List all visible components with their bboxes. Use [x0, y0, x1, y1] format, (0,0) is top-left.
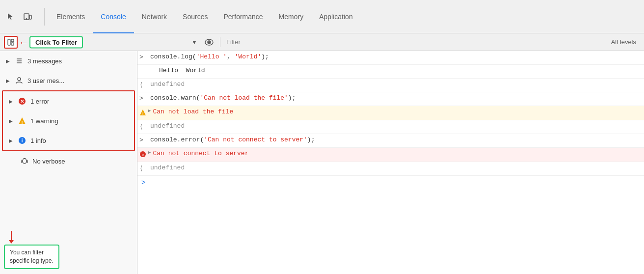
error-icon-output: ✕: [139, 151, 146, 160]
svg-point-2: [26, 18, 27, 19]
tooltip-arrow: [11, 231, 12, 241]
console-line-error-input: > console.error('Can not connect to serv…: [137, 134, 644, 148]
prompt-chevron-1: ⟨: [139, 81, 148, 89]
svg-rect-4: [11, 39, 14, 42]
svg-point-12: [18, 78, 21, 81]
undefined-2: undefined: [150, 122, 185, 130]
filter-btn-wrapper: ← Click To Filter: [4, 36, 18, 49]
eye-button[interactable]: [202, 36, 216, 49]
nav-divider: [44, 8, 45, 26]
toolbar-separator: [220, 37, 220, 47]
console-line-undefined-2: ⟨ undefined: [137, 120, 644, 134]
tooltip-box: You can filterspecific log type.: [4, 245, 59, 269]
main-area: ▶ 3 messages ▶ 3 user mes...: [0, 51, 644, 274]
tab-console[interactable]: Console: [93, 0, 134, 33]
prompt-arrow: >: [139, 53, 148, 61]
sidebar-item-messages[interactable]: ▶ 3 messages: [0, 51, 137, 71]
sidebar-item-user-messages[interactable]: ▶ 3 user mes...: [0, 71, 137, 90]
svg-line-22: [21, 162, 23, 163]
tab-application[interactable]: Application: [311, 0, 361, 33]
sidebar-item-error[interactable]: ▶ ✕ 1 error: [3, 91, 134, 111]
bug-icon: [21, 157, 28, 166]
prompt-chevron-2: ⟨: [139, 122, 148, 131]
console-line-warn-input: > console.warn('Can not load the file');: [137, 92, 644, 106]
console-line-undefined-3: ⟨ undefined: [137, 162, 644, 176]
sidebar-item-verbose[interactable]: No verbose: [0, 151, 137, 171]
toolbar: ← Click To Filter ▼ All levels: [0, 33, 644, 51]
sidebar-filter-box: ▶ ✕ 1 error ▶ ! 1 warning: [2, 90, 135, 151]
expand-arrow-info: ▶: [9, 138, 13, 143]
verbose-label: No verbose: [32, 158, 65, 165]
svg-line-21: [27, 160, 28, 161]
warn-expand-tri: ▶: [148, 108, 151, 113]
error-output-text: Can not connect to server: [153, 150, 248, 157]
undefined-1: undefined: [150, 81, 185, 88]
click-to-filter-label: Click To Filter: [29, 36, 83, 48]
prompt-spacer: [139, 67, 148, 75]
tab-sources[interactable]: Sources: [175, 0, 215, 33]
warn-code: console.warn('Can not load the file');: [150, 94, 295, 102]
svg-line-23: [27, 162, 28, 163]
svg-point-19: [23, 159, 27, 164]
expand-arrow-messages: ▶: [6, 58, 10, 64]
list-icon: [15, 56, 24, 65]
user-messages-count: 3 user mes...: [27, 77, 64, 84]
console-line-error-output: ✕ ▶ Can not connect to server: [137, 148, 644, 162]
svg-rect-1: [29, 15, 31, 19]
log-output-text: Hello World: [150, 67, 205, 74]
device-icon[interactable]: [21, 10, 34, 24]
svg-rect-5: [11, 43, 14, 45]
svg-rect-3: [8, 39, 10, 45]
console-line-warn-output: ! ▶ Can not load the file: [137, 106, 644, 120]
prompt-arrow-warn: >: [139, 94, 148, 102]
nav-icon-group: [4, 10, 34, 24]
devtools-nav: Elements Console Network Sources Perform…: [0, 0, 644, 33]
sidebar-item-warning[interactable]: ▶ ! 1 warning: [3, 111, 134, 131]
error-count: 1 error: [30, 98, 49, 105]
prompt-chevron-3: ⟨: [139, 164, 148, 172]
svg-text:i: i: [21, 137, 23, 143]
error-expand-tri: ▶: [148, 150, 151, 155]
svg-line-20: [21, 160, 23, 161]
info-icon: i: [18, 136, 27, 145]
tooltip-text: You can filterspecific log type.: [10, 249, 54, 264]
error-code: console.error('Can not connect to server…: [150, 136, 315, 143]
prompt-arrow-error: >: [139, 136, 148, 144]
expand-arrow-user-messages: ▶: [6, 78, 10, 83]
tab-performance[interactable]: Performance: [215, 0, 270, 33]
user-icon: [15, 76, 24, 85]
warn-icon-output: !: [139, 109, 146, 118]
sidebar-item-info[interactable]: ▶ i 1 info: [3, 131, 134, 150]
filter-sidebar-button[interactable]: [4, 36, 18, 49]
messages-count: 3 messages: [27, 57, 62, 65]
console-input[interactable]: [147, 179, 640, 187]
expand-arrow-warning: ▶: [9, 118, 13, 124]
cursor-icon[interactable]: [4, 10, 18, 24]
console-line-log-output: Hello World: [137, 65, 644, 79]
filter-input[interactable]: [224, 36, 605, 48]
click-filter-annotation: ← Click To Filter: [19, 36, 83, 48]
svg-point-8: [209, 41, 210, 43]
console-line-undefined-1: ⟨ undefined: [137, 79, 644, 92]
svg-text:✕: ✕: [142, 153, 144, 157]
tab-elements[interactable]: Elements: [49, 0, 93, 33]
warn-output-text: Can not load the file: [153, 108, 233, 115]
warning-count: 1 warning: [30, 117, 58, 125]
console-output[interactable]: > console.log('Hello ', 'World'); Hello …: [137, 51, 644, 274]
log-code: console.log('Hello ', 'World');: [150, 53, 269, 60]
error-icon: ✕: [18, 97, 27, 106]
svg-text:!: !: [142, 112, 144, 116]
sidebar: ▶ 3 messages ▶ 3 user mes...: [0, 51, 137, 274]
tab-network[interactable]: Network: [134, 0, 175, 33]
log-level-dropdown[interactable]: ▼: [188, 36, 200, 49]
console-input-line[interactable]: >: [137, 176, 644, 190]
tab-memory[interactable]: Memory: [271, 0, 312, 33]
expand-arrow-error: ▶: [9, 99, 13, 104]
console-input-prompt: >: [141, 179, 145, 187]
warning-icon: !: [18, 116, 27, 125]
all-levels-button[interactable]: All levels: [607, 38, 640, 46]
undefined-3: undefined: [150, 164, 185, 171]
info-count: 1 info: [30, 137, 46, 144]
svg-text:!: !: [22, 120, 23, 125]
console-line-log-input: > console.log('Hello ', 'World');: [137, 51, 644, 65]
